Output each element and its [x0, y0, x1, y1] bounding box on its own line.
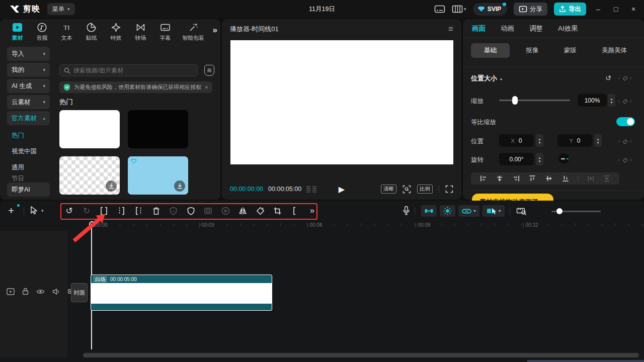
prev-keyframe-icon[interactable]: ‹: [618, 97, 620, 105]
commercial-license-icon[interactable]: 商: [204, 65, 214, 76]
distribute-vertical-icon[interactable]: [603, 174, 611, 183]
subtab-mask[interactable]: 蒙版: [555, 43, 586, 58]
reset-icon[interactable]: ↺: [605, 74, 611, 82]
keyframe-diamond-icon[interactable]: ◇: [622, 74, 627, 81]
media-tab-captions[interactable]: 字幕: [153, 20, 178, 43]
subtab-beauty[interactable]: 美颜美体: [593, 43, 636, 58]
stabilize-button[interactable]: [203, 205, 213, 216]
material-tile-transparent[interactable]: [59, 156, 120, 195]
record-voiceover-button[interactable]: [401, 205, 412, 216]
play-button[interactable]: ▶: [339, 185, 345, 194]
scale-slider[interactable]: [499, 100, 570, 101]
align-center-horizontal-icon[interactable]: [496, 174, 504, 183]
sidebar-link-hot[interactable]: 热门: [7, 127, 50, 143]
tab-animation[interactable]: 动画: [501, 24, 514, 33]
align-right-icon[interactable]: [512, 174, 520, 183]
align-left-icon[interactable]: [479, 174, 488, 183]
menu-button[interactable]: 菜单 ▾: [47, 3, 75, 15]
more-tools-icon[interactable]: »: [307, 205, 317, 216]
position-x-stepper[interactable]: ▴▾: [536, 134, 543, 147]
select-tool-button[interactable]: ▾: [29, 206, 44, 215]
next-keyframe-icon[interactable]: ›: [630, 74, 632, 81]
add-media-button[interactable]: +: [8, 205, 14, 217]
preview-canvas[interactable]: [230, 40, 453, 164]
media-tab-material[interactable]: 素材: [5, 20, 30, 43]
step-up-icon[interactable]: ▴: [611, 97, 613, 101]
speaker-icon[interactable]: [52, 288, 60, 295]
timeline-preview-icon[interactable]: [516, 205, 527, 216]
section-position-size[interactable]: 位置大小 ▴: [471, 74, 502, 83]
material-tile-black-field[interactable]: [128, 110, 188, 148]
scale-stepper[interactable]: ▴▾: [608, 94, 615, 107]
download-icon[interactable]: [106, 180, 117, 192]
preview-clip-button[interactable]: [220, 205, 231, 216]
step-down-icon[interactable]: ▾: [611, 101, 613, 104]
tab-adjust[interactable]: 调整: [529, 24, 543, 33]
select-mode-toggle[interactable]: ▾: [482, 205, 505, 217]
svip-button[interactable]: SVIP: [473, 3, 507, 16]
sidebar-link-general[interactable]: 通用: [7, 159, 50, 175]
keyframe-control[interactable]: ‹ ◇ ›: [618, 97, 632, 105]
close-button[interactable]: ×: [628, 5, 639, 13]
align-bottom-icon[interactable]: [561, 174, 570, 183]
delete-right-button[interactable]: [133, 205, 144, 216]
tab-picture[interactable]: 画面: [472, 24, 486, 33]
material-tile-white-field[interactable]: [59, 110, 120, 148]
captions-icon[interactable]: [434, 5, 445, 14]
keyframe-control[interactable]: ‹ ◇ ›: [618, 137, 632, 145]
fullscreen-icon[interactable]: [445, 185, 453, 193]
sidebar-item-mine[interactable]: 我的▾: [7, 63, 50, 77]
keyframe-control[interactable]: ‹ ◇ ›: [618, 74, 632, 81]
link-clips-toggle[interactable]: ▾: [458, 205, 479, 217]
expand-tabs-icon[interactable]: »: [213, 25, 217, 35]
keyframe-diamond-icon[interactable]: ◇: [622, 98, 627, 105]
media-tab-audio[interactable]: 音频: [30, 20, 54, 43]
timecode-grid-icon[interactable]: [306, 186, 316, 193]
player-menu-icon[interactable]: ≡: [448, 24, 453, 34]
mirror-button[interactable]: [237, 205, 248, 216]
preview-focus-icon[interactable]: [403, 185, 411, 194]
quality-button[interactable]: 清晰: [381, 185, 396, 194]
search-bar[interactable]: [59, 64, 198, 76]
keyframe-control[interactable]: ‹ ◇ ›: [618, 156, 632, 163]
position-y-stepper[interactable]: ▴▾: [594, 134, 602, 147]
split-button[interactable]: [99, 205, 109, 216]
slider-handle[interactable]: [512, 96, 518, 105]
delete-left-button[interactable]: [116, 205, 127, 216]
close-icon[interactable]: ×: [205, 84, 208, 91]
timeline-clip-white-field[interactable]: 白场 00:00:05:00: [91, 275, 272, 311]
maximize-button[interactable]: □: [610, 5, 621, 13]
minimize-button[interactable]: –: [593, 5, 604, 13]
sidebar-item-dreamina[interactable]: 即梦AI: [7, 183, 50, 197]
search-input[interactable]: [73, 67, 193, 74]
layout-icon[interactable]: ▾: [452, 5, 466, 14]
crop-button[interactable]: [272, 205, 283, 216]
rotate-stepper[interactable]: ▴▾: [536, 153, 543, 165]
timeline-zoom-slider[interactable]: [551, 211, 601, 212]
export-button[interactable]: 导出: [554, 3, 586, 16]
mask-button[interactable]: [186, 205, 196, 216]
download-icon[interactable]: [174, 180, 185, 192]
sidebar-link-vcg[interactable]: 视觉中国: [7, 143, 50, 159]
material-tile-blue[interactable]: [128, 156, 188, 195]
position-x-field[interactable]: X0: [499, 134, 534, 147]
position-y-field[interactable]: Y0: [557, 134, 592, 147]
sidebar-item-import[interactable]: 导入▾: [7, 47, 50, 61]
media-tab-effects[interactable]: 特效: [104, 20, 128, 43]
redo-button[interactable]: ↻: [82, 205, 92, 216]
rotation-dial[interactable]: [558, 153, 569, 164]
uniform-scale-toggle[interactable]: [616, 117, 635, 126]
ratio-button[interactable]: 比例: [417, 185, 433, 194]
sidebar-item-ai-generate[interactable]: AI 生成▾: [7, 79, 50, 93]
rotate-value-field[interactable]: 0.00°: [499, 153, 534, 165]
undo-button[interactable]: ↺: [64, 205, 74, 216]
lock-icon[interactable]: [22, 288, 29, 295]
cover-button[interactable]: 封面: [71, 283, 88, 302]
ai-mask-button[interactable]: AI: [168, 205, 179, 216]
tab-ai-effects[interactable]: AI效果: [558, 24, 578, 33]
freeze-frame-icon[interactable]: [290, 205, 300, 216]
share-button[interactable]: 分享: [514, 3, 547, 16]
media-tab-transitions[interactable]: 转场: [128, 20, 153, 43]
timeline-ruler[interactable]: 00:00 00:03 00:06 00:09 00:12: [0, 221, 644, 230]
sidebar-item-cloud[interactable]: 云素材▾: [7, 95, 50, 109]
